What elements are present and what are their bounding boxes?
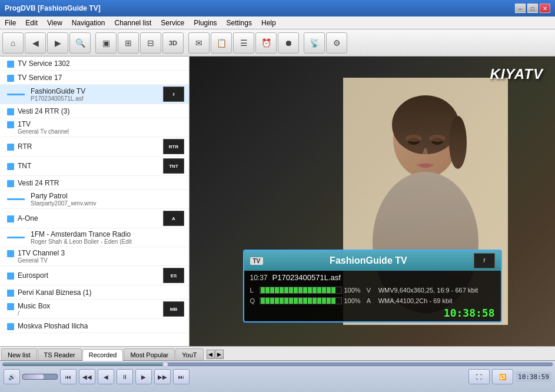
player-bar: 🔊 ⏮ ◀◀ ◀ ⏸ ▶ ▶▶ ⏭ ⛶ 🔁 10:38:59 [0,360,555,392]
info-bars: L 100% V WMV9,640x360,25, 16:9 - 667 kbi… [244,284,501,297]
menu-view[interactable]: View [42,16,67,29]
toolbar-home[interactable]: ⌂ [2,32,24,54]
svg-point-4 [449,116,467,169]
channel-progress [7,94,25,95]
prev-chapter-button[interactable]: ⏮ [60,369,77,384]
menu-navigation[interactable]: Navigation [67,16,110,29]
toolbar-view1[interactable]: ▣ [95,32,117,54]
channel-info: TV Service 1302 [18,59,184,68]
player-controls: 🔊 ⏮ ◀◀ ◀ ⏸ ▶ ▶▶ ⏭ ⛶ 🔁 10:38:59 [0,368,555,386]
menu-service[interactable]: Service [156,16,189,29]
V-info: WMV9,640x360,25, 16:9 - 667 kbit [378,287,478,294]
channel-item[interactable]: Party PatrolStarparty2007_wmv.wmv [0,190,189,209]
channel-list[interactable]: TV Service 1302TV Service 17FashionGuide… [0,57,190,346]
seek-thumb[interactable] [162,361,168,367]
channel-type-icon [7,273,14,280]
info-bars2: Q 100% A WMA,44100,2Ch - 69 kbit [244,297,501,307]
channel-item[interactable]: 1TVGeneral Tv channel [0,118,189,137]
channel-info: Moskva Ploshad Ilicha [18,322,184,330]
menu-plugins[interactable]: Plugins [189,16,221,29]
channel-name: 1TV [18,120,184,128]
menu-edit[interactable]: Edit [21,16,42,29]
info-filename: P17023400571L.asf [272,273,341,282]
L-bar [260,287,342,294]
channel-info: 1TVGeneral Tv channel [18,120,184,135]
channel-info: Party PatrolStarparty2007_wmv.wmv [31,192,184,207]
tab-mostpopular[interactable]: Most Popular [124,348,175,360]
info-header: TV FashionGuide TV f [244,251,501,271]
next-button[interactable]: ▶ [135,369,152,384]
channel-item[interactable]: FashionGuide TVP17023400571L.asff [0,85,189,104]
next-chapter-button[interactable]: ⏭ [173,369,190,384]
channel-subtitle: P17023400571L.asf [31,95,163,102]
channel-name: Moskva Ploshad Ilicha [18,322,184,330]
toolbar-view3[interactable]: ⊟ [140,32,161,54]
fastforward-button[interactable]: ▶▶ [154,369,171,384]
menu-file[interactable]: File [0,16,21,29]
channel-type-icon [7,75,14,82]
channel-item[interactable]: RTRRTR [0,137,189,157]
close-button[interactable]: ✕ [540,4,550,13]
channel-name: Party Patrol [31,192,184,200]
menu-help[interactable]: Help [257,16,281,29]
channel-item[interactable]: Moskva Ploshad Ilicha [0,319,189,333]
toolbar-gear[interactable]: ⚙ [326,32,347,54]
channel-item[interactable]: EurosportES [0,266,189,285]
channel-item[interactable]: A-OneA [0,209,189,228]
toolbar-clock[interactable]: ⏰ [255,32,277,54]
V-label: V [367,287,373,294]
volume-slider[interactable] [22,374,58,380]
main-area: TV Service 1302TV Service 17FashionGuide… [0,57,555,346]
toolbar-back[interactable]: ◀ [25,32,46,54]
channel-name: TNT [18,162,163,170]
channel-type-icon [7,290,14,297]
toolbar-view2[interactable]: ⊞ [118,32,139,54]
channel-info: Vesti 24 RTR [18,179,184,187]
repeat-button[interactable]: 🔁 [492,369,513,384]
tab-recorded[interactable]: Recorded [82,349,124,361]
minimize-button[interactable]: – [515,4,526,13]
channel-item[interactable]: Pervi Kanal Biznesa (1) [0,285,189,300]
channel-item[interactable]: Music Box/MB [0,300,189,319]
tab-prev-arrow[interactable]: ◀ [207,350,215,359]
toolbar-forward[interactable]: ▶ [47,32,68,54]
toolbar-3d[interactable]: 3D [162,32,184,54]
channel-type-icon [7,180,14,187]
tab-youtube[interactable]: YouT [175,348,203,360]
toolbar-search[interactable]: 🔍 [69,32,91,54]
channel-logo: ES [163,268,184,283]
tab-newlist[interactable]: New list [1,348,37,360]
channel-type-icon [7,144,14,151]
volume-icon-btn[interactable]: 🔊 [4,369,20,384]
channel-item[interactable]: TNTTNT [0,157,189,176]
toolbar-epg[interactable]: 📋 [211,32,232,54]
titlebar: ProgDVB [FashionGuide TV] – □ ✕ [0,0,555,16]
seek-track[interactable] [2,363,553,366]
maximize-button[interactable]: □ [527,4,538,13]
rewind-button[interactable]: ◀◀ [79,369,95,384]
toolbar-email[interactable]: ✉ [188,32,210,54]
channel-name: A-One [18,214,163,222]
channel-item[interactable]: 1FM - Amsterdam Trance RadioRoger Shah &… [0,228,189,247]
channel-item[interactable]: Vesti 24 RTR (3) [0,104,189,118]
tab-tsreader[interactable]: TS Reader [38,348,82,360]
video-area[interactable]: KIYATV TV FashionGuide TV f 10:37 P17023… [190,57,555,346]
toolbar-rec[interactable]: ⏺ [278,32,299,54]
toolbar-list[interactable]: ☰ [233,32,254,54]
toolbar: ⌂ ◀ ▶ 🔍 ▣ ⊞ ⊟ 3D ✉ 📋 ☰ ⏰ ⏺ 📡 ⚙ [0,29,555,57]
channel-item[interactable]: TV Service 1302 [0,57,189,71]
tab-next-arrow[interactable]: ▶ [215,350,224,359]
channel-info: Music Box/ [18,302,163,317]
channel-name: Vesti 24 RTR (3) [18,107,184,115]
channel-item[interactable]: TV Service 17 [0,71,189,85]
menu-channellist[interactable]: Channel list [110,16,157,29]
pause-button[interactable]: ⏸ [117,369,133,384]
channel-item[interactable]: 1TV Channel 3General TV [0,247,189,266]
channel-item[interactable]: Vesti 24 RTR [0,176,189,190]
toolbar-satellite[interactable]: 📡 [304,32,325,54]
menu-settings[interactable]: Settings [222,16,257,29]
fullscreen-button[interactable]: ⛶ [468,369,490,384]
info-channel-name: FashionGuide TV [263,255,473,266]
prev-button[interactable]: ◀ [98,369,114,384]
window-controls: – □ ✕ [515,4,550,13]
